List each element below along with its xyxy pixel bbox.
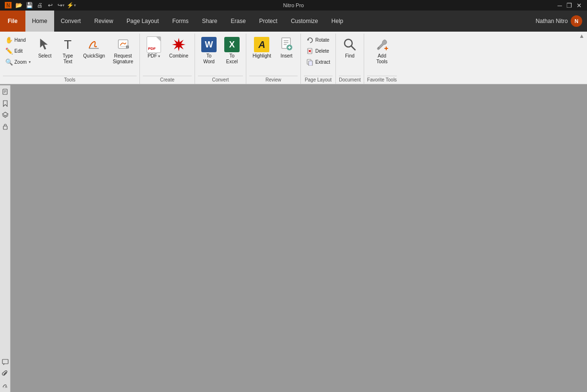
tab-erase[interactable]: Erase bbox=[224, 11, 253, 32]
svg-marker-0 bbox=[40, 39, 47, 49]
select-button[interactable]: Select bbox=[34, 35, 56, 61]
toexcel-button[interactable]: X ToExcel bbox=[221, 35, 243, 67]
tab-file[interactable]: File bbox=[0, 11, 25, 32]
svg-marker-29 bbox=[3, 101, 7, 106]
review-items: A Highlight bbox=[249, 35, 298, 76]
ribbon-collapse-button[interactable]: ▲ bbox=[578, 33, 585, 39]
close-button[interactable]: ✕ bbox=[575, 1, 583, 10]
sidebar-signatures-icon[interactable] bbox=[0, 380, 10, 390]
undo-icon[interactable]: ↩ bbox=[46, 1, 55, 10]
requestsig-icon: ✓ bbox=[115, 37, 131, 52]
favoritetools-items: AddTools bbox=[371, 35, 393, 76]
sidebar-pages-icon[interactable] bbox=[0, 87, 10, 97]
typetext-button[interactable]: T TypeText bbox=[57, 35, 79, 67]
save-icon[interactable]: 💾 bbox=[25, 1, 34, 10]
delete-button[interactable]: Delete bbox=[304, 46, 333, 56]
tab-home[interactable]: Home bbox=[25, 11, 54, 32]
quicksign-button[interactable]: QuickSign bbox=[80, 35, 109, 61]
requestsig-button[interactable]: ✓ RequestSignature bbox=[109, 35, 137, 67]
hand-label: Hand bbox=[14, 37, 26, 43]
edit-label: Edit bbox=[14, 48, 23, 54]
tab-review[interactable]: Review bbox=[88, 11, 120, 32]
tools-group-label: Tools bbox=[3, 76, 137, 84]
toword-label: ToWord bbox=[203, 53, 215, 65]
app-icon: 🅽 bbox=[4, 1, 12, 10]
tab-help[interactable]: Help bbox=[325, 11, 350, 32]
tab-convert[interactable]: Convert bbox=[54, 11, 88, 32]
qa-extra-icon[interactable]: ⚡▾ bbox=[67, 1, 76, 10]
tab-forms[interactable]: Forms bbox=[165, 11, 195, 32]
edit-button[interactable]: ✏️ Edit bbox=[3, 46, 33, 56]
tab-pagelayout[interactable]: Page Layout bbox=[120, 11, 165, 32]
ribbon-group-create: PDF PDF ▾ Combine Create bbox=[140, 34, 195, 84]
svg-marker-14 bbox=[308, 39, 310, 41]
select-icon bbox=[37, 37, 53, 52]
svg-text:✓: ✓ bbox=[127, 46, 128, 48]
sidebar-comments-icon[interactable] bbox=[0, 357, 10, 367]
title-bar-left: 🅽 📂 💾 🖨 ↩ ↪▾ ⚡▾ bbox=[4, 1, 76, 10]
document-group-label: Document bbox=[339, 76, 361, 84]
svg-rect-25 bbox=[3, 89, 7, 94]
quicksign-icon bbox=[86, 37, 102, 52]
tab-customize[interactable]: Customize bbox=[284, 11, 325, 32]
svg-line-21 bbox=[351, 46, 355, 50]
menu-bar: File Home Convert Review Page Layout For… bbox=[0, 11, 587, 32]
window-controls: ─ ❐ ✕ bbox=[555, 1, 583, 10]
tab-protect[interactable]: Protect bbox=[253, 11, 284, 32]
find-icon bbox=[342, 37, 357, 52]
select-label: Select bbox=[38, 53, 52, 59]
svg-rect-32 bbox=[2, 359, 8, 364]
highlight-label: Highlight bbox=[253, 53, 271, 59]
combine-label: Combine bbox=[169, 53, 188, 59]
title-bar: 🅽 📂 💾 🖨 ↩ ↪▾ ⚡▾ Nitro Pro ─ ❐ ✕ bbox=[0, 0, 587, 11]
redo-icon[interactable]: ↪▾ bbox=[57, 1, 65, 10]
minimize-button[interactable]: ─ bbox=[555, 1, 564, 10]
highlight-button[interactable]: A Highlight bbox=[249, 35, 275, 61]
find-label: Find bbox=[345, 53, 354, 59]
convert-group-label: Convert bbox=[198, 76, 243, 84]
insert-button[interactable]: Insert bbox=[276, 35, 298, 61]
restore-button[interactable]: ❐ bbox=[565, 1, 574, 10]
sidebar-security-icon[interactable] bbox=[0, 122, 10, 131]
svg-rect-31 bbox=[3, 126, 7, 129]
convert-items: W ToWord X ToExcel bbox=[198, 35, 243, 76]
requestsig-label: RequestSignature bbox=[113, 53, 133, 65]
document-items: Find bbox=[339, 35, 361, 76]
typetext-label: TypeText bbox=[63, 53, 73, 65]
toexcel-label: ToExcel bbox=[226, 53, 238, 65]
toword-button[interactable]: W ToWord bbox=[198, 35, 220, 67]
create-items: PDF PDF ▾ Combine bbox=[143, 35, 192, 76]
ribbon-group-convert: W ToWord X ToExcel Convert bbox=[195, 34, 246, 84]
main-content-area bbox=[11, 85, 587, 392]
hand-button[interactable]: ✋ Hand bbox=[3, 35, 33, 45]
quicksign-label: QuickSign bbox=[83, 53, 105, 59]
ribbon-group-review: A Highlight bbox=[246, 34, 301, 84]
delete-icon bbox=[306, 47, 314, 55]
sidebar-layers-icon[interactable] bbox=[0, 110, 10, 120]
typetext-icon: T bbox=[60, 37, 76, 52]
zoom-button[interactable]: 🔍 Zoom ▾ bbox=[3, 57, 33, 67]
pagelayout-group-label: Page Layout bbox=[304, 76, 333, 84]
addtools-icon bbox=[374, 37, 390, 52]
rotate-button[interactable]: Rotate bbox=[304, 35, 333, 45]
combine-icon bbox=[171, 37, 186, 52]
pdf-button[interactable]: PDF PDF ▾ bbox=[143, 35, 165, 61]
open-icon[interactable]: 📂 bbox=[14, 1, 23, 10]
combine-button[interactable]: Combine bbox=[166, 35, 192, 61]
toword-icon: W bbox=[201, 37, 217, 52]
extract-button[interactable]: Extract bbox=[304, 57, 333, 67]
rotate-icon bbox=[306, 36, 314, 44]
extract-label: Extract bbox=[315, 59, 330, 65]
ribbon: ▲ ✋ Hand ✏️ Edit 🔍 Zoom ▾ bbox=[0, 32, 587, 84]
svg-point-22 bbox=[378, 47, 380, 49]
sidebar-attachments-icon[interactable] bbox=[0, 369, 10, 379]
addtools-button[interactable]: AddTools bbox=[371, 35, 393, 67]
sidebar-bookmarks-icon[interactable] bbox=[0, 99, 10, 108]
insert-icon bbox=[279, 37, 294, 52]
tab-share[interactable]: Share bbox=[195, 11, 224, 32]
find-button[interactable]: Find bbox=[339, 35, 361, 61]
ribbon-group-pagelayout: Rotate Delete bbox=[301, 34, 336, 84]
user-avatar: N bbox=[571, 15, 582, 27]
sidebar-left bbox=[0, 85, 11, 392]
print-icon[interactable]: 🖨 bbox=[35, 1, 44, 10]
